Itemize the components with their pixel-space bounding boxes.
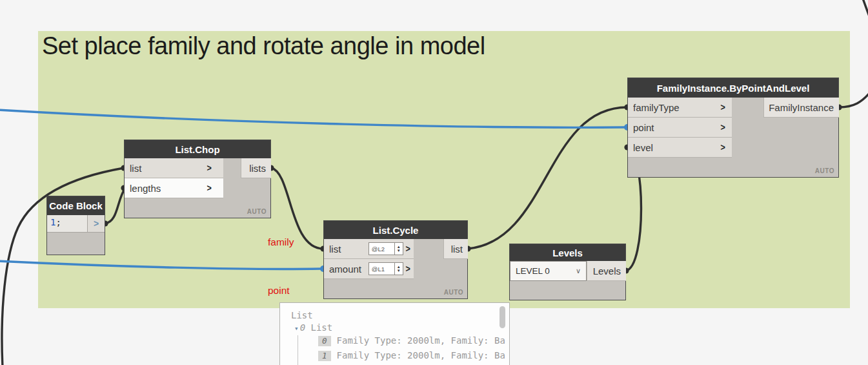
port-label: amount bbox=[329, 264, 368, 275]
chevron-right-icon[interactable]: > bbox=[720, 142, 725, 152]
wire-top-right-corner[interactable] bbox=[862, 0, 868, 22]
stepper-down-icon[interactable]: ▼ bbox=[397, 269, 401, 273]
port-label: FamilyInstance bbox=[769, 102, 834, 113]
levels-output[interactable]: Levels bbox=[587, 261, 626, 281]
lacing-level-stepper[interactable]: @L2 ▲ ▼ bbox=[368, 242, 403, 255]
lacing-level-value: @L1 bbox=[369, 263, 394, 275]
list-chop-input-list[interactable]: list > bbox=[125, 158, 223, 178]
preview-item: 1Family Type: 2000lm, Family: Ba bbox=[318, 350, 505, 361]
family-instance-input-familytype[interactable]: familyType > bbox=[628, 98, 732, 118]
item-index-badge: 1 bbox=[318, 351, 331, 361]
item-text: Family Type: 2000lm, Family: Ba bbox=[337, 335, 505, 346]
family-instance-input-point[interactable]: point > bbox=[628, 118, 732, 138]
levels-dropdown-value: LEVEL 0 bbox=[516, 266, 550, 276]
stepper-arrows[interactable]: ▲ ▼ bbox=[394, 243, 403, 255]
chevron-right-icon[interactable]: > bbox=[720, 102, 725, 112]
levels-title[interactable]: Levels bbox=[510, 244, 625, 261]
port-label: list bbox=[130, 163, 207, 174]
list-cycle-input-amount[interactable]: amount @L1 ▲ ▼ > bbox=[324, 259, 414, 279]
chevron-right-icon[interactable]: > bbox=[207, 163, 211, 173]
node-family-instance[interactable]: FamilyInstance.ByPointAndLevel familyTyp… bbox=[627, 78, 839, 178]
node-levels[interactable]: Levels LEVEL 0 ∨ Levels bbox=[509, 244, 626, 300]
preview-root: List bbox=[291, 310, 313, 320]
node-list-chop[interactable]: List.Chop list > lengths > lists AUTO bbox=[124, 140, 271, 218]
chevron-down-icon: ∨ bbox=[576, 267, 581, 275]
preview-popup: List ▾0 List 0Family Type: 2000lm, Famil… bbox=[279, 302, 510, 365]
port-label: lengths bbox=[130, 183, 207, 194]
list-cycle-title[interactable]: List.Cycle bbox=[324, 221, 467, 239]
group-title[interactable]: Set place family and rotate angle in mod… bbox=[42, 32, 485, 60]
list-cycle-input-list[interactable]: list @L2 ▲ ▼ > bbox=[324, 239, 414, 259]
dynamo-canvas[interactable]: Set place family and rotate angle in mod… bbox=[0, 0, 868, 365]
port-label: familyType bbox=[633, 102, 720, 113]
levels-dropdown[interactable]: LEVEL 0 ∨ bbox=[510, 261, 587, 281]
lacing-level-stepper[interactable]: @L1 ▲ ▼ bbox=[368, 262, 403, 275]
popup-scrollbar-thumb[interactable] bbox=[500, 306, 505, 328]
stepper-arrows[interactable]: ▲ ▼ bbox=[394, 263, 403, 275]
family-instance-title[interactable]: FamilyInstance.ByPointAndLevel bbox=[628, 78, 838, 98]
port-label: list bbox=[451, 244, 463, 255]
list-chop-output-lists[interactable]: lists bbox=[241, 158, 271, 178]
port-label: list bbox=[329, 244, 368, 255]
chevron-right-icon[interactable]: > bbox=[405, 244, 410, 254]
code-block-row: 1; > bbox=[47, 215, 105, 233]
code-block-output-port[interactable]: > bbox=[87, 215, 105, 232]
node-code-block[interactable]: Code Block 1; > bbox=[46, 196, 105, 255]
tree-guide-line bbox=[298, 335, 298, 365]
port-label: lists bbox=[249, 163, 266, 174]
family-instance-input-level[interactable]: level > bbox=[628, 138, 732, 158]
node-list-cycle[interactable]: List.Cycle list @L2 ▲ ▼ > amount @L1 ▲ ▼ bbox=[323, 220, 468, 299]
preview-item: 0Family Type: 2000lm, Family: Ba bbox=[318, 335, 505, 346]
chevron-right-icon[interactable]: > bbox=[405, 264, 410, 274]
item-index-badge: 0 bbox=[318, 336, 331, 346]
item-text: Family Type: 2000lm, Family: Ba bbox=[337, 350, 505, 360]
stepper-down-icon[interactable]: ▼ bbox=[397, 249, 401, 253]
port-label: point bbox=[633, 122, 720, 133]
list-chop-title[interactable]: List.Chop bbox=[125, 140, 270, 158]
chevron-right-icon[interactable]: > bbox=[720, 122, 725, 132]
branch-index: 0 bbox=[300, 322, 305, 333]
code-block-editor[interactable]: 1; bbox=[47, 215, 87, 232]
list-cycle-output-list[interactable]: list bbox=[443, 239, 468, 259]
family-instance-output[interactable]: FamilyInstance bbox=[763, 98, 839, 118]
port-label: Levels bbox=[593, 266, 621, 276]
lacing-badge: AUTO bbox=[444, 289, 463, 296]
lacing-badge: AUTO bbox=[815, 167, 834, 174]
lacing-level-value: @L2 bbox=[369, 243, 394, 255]
port-label: level bbox=[633, 142, 720, 153]
list-chop-input-lengths[interactable]: lengths > bbox=[125, 178, 223, 198]
chevron-right-icon[interactable]: > bbox=[207, 183, 211, 193]
preview-branch[interactable]: ▾0 List bbox=[294, 322, 332, 333]
code-punct: ; bbox=[56, 217, 61, 227]
annotation-point: point bbox=[268, 285, 290, 297]
collapse-triangle-icon[interactable]: ▾ bbox=[294, 324, 299, 333]
branch-label: List bbox=[311, 322, 333, 333]
code-block-title[interactable]: Code Block bbox=[47, 196, 105, 215]
annotation-family: family bbox=[268, 236, 294, 248]
lacing-badge: AUTO bbox=[247, 208, 267, 215]
